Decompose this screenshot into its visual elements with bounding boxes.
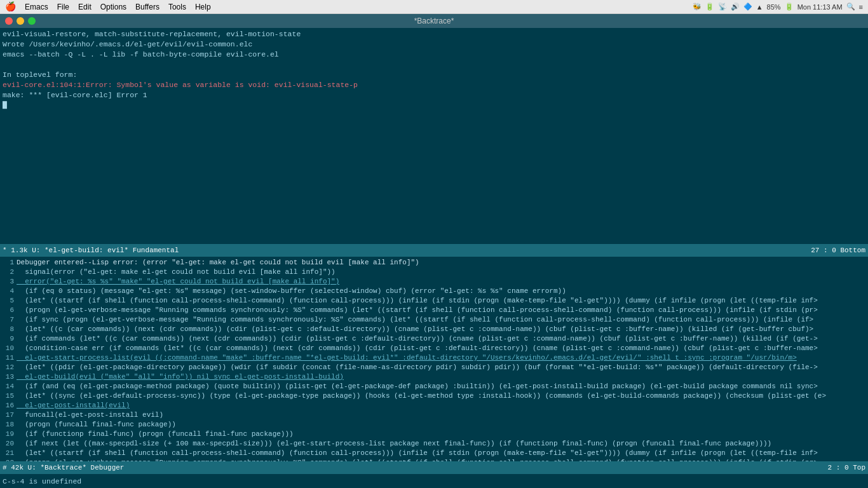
table-row: 2 signal(error ("el-get: make el-get cou… <box>3 268 865 277</box>
line-number: 9 <box>3 334 17 344</box>
table-row: 8 (let* ((c (car commands)) (next (cdr c… <box>3 325 865 334</box>
line-content: (if sync (progn (el-get-verbose-message … <box>17 315 813 325</box>
line-number: 2 <box>3 268 17 277</box>
line-content: (if next (let ((max-specpdl-size (+ 100 … <box>17 439 771 449</box>
line-content: (let* ((c (car commands)) (next (cdr com… <box>17 325 813 334</box>
line-number: 1 <box>3 258 17 268</box>
line-content: error("el-get: %s %s" "make" "el-get cou… <box>17 277 339 287</box>
menubar-right: 🐝 🔋 📡 🔊 🔷 ▲ 85% 🔋 Mon 11:13 AM 🔍 ≡ <box>693 3 863 11</box>
table-row: 20 (if next (let ((max-specpdl-size (+ 1… <box>3 439 865 449</box>
minibuffer-text: C-s-4 is undefined <box>3 477 81 485</box>
line-content: (progn (el-get-verbose-message "Running … <box>17 458 818 461</box>
line-content: funcall(el-get-post-install evil) <box>17 410 163 420</box>
table-row: 19 (if (functionp final-func) (progn (fu… <box>3 430 865 439</box>
line-number: 4 <box>3 287 17 296</box>
line-number: 16 <box>3 401 17 410</box>
clock: Mon 11:13 AM <box>797 3 843 11</box>
modeline-upper-left: * 1.3k U: *el-get-build: evil* Fundament… <box>3 247 179 254</box>
search-icon[interactable]: 🔍 <box>846 3 855 11</box>
battery-icon: 🔋 <box>785 3 794 11</box>
table-row: 6 (progn (el-get-verbose-message "Runnin… <box>3 306 865 315</box>
line-number: 20 <box>3 439 17 449</box>
menu-options[interactable]: Options <box>100 3 126 11</box>
line-number: 5 <box>3 296 17 306</box>
table-row: 10 (condition-case err (if commands (let… <box>3 344 865 353</box>
menu-help[interactable]: Help <box>195 3 211 11</box>
line-content: (let* ((pdir (el-get-package-directory p… <box>17 363 818 372</box>
editor-line-4 <box>3 60 865 70</box>
line-content: (if (eq 0 status) (message "el-get: %s" … <box>17 287 566 296</box>
battery-percent: 85% <box>767 3 781 11</box>
table-row: 22 (progn (el-get-verbose-message "Runni… <box>3 458 865 461</box>
editor-line-3: emacs --batch -Q -L . -L lib -f batch-by… <box>3 50 865 60</box>
minimize-button[interactable] <box>17 17 24 25</box>
minibuffer: C-s-4 is undefined <box>0 474 868 488</box>
window-title: *Backtrace* <box>414 17 454 25</box>
wifi-signal: ▲ <box>756 3 763 11</box>
table-row: 17 funcall(el-get-post-install evil) <box>3 410 865 420</box>
line-number: 17 <box>3 410 17 420</box>
editor-line-6: evil-core.el:104:1:Error: Symbol's value… <box>3 80 865 90</box>
editor-line-1: evil-visual-restore, match-substitute-re… <box>3 29 865 39</box>
line-content: (if (functionp final-func) (progn (funca… <box>17 430 294 439</box>
upper-editor-pane: evil-visual-restore, match-substitute-re… <box>0 28 868 244</box>
table-row: 14 (if (and (eq (el-get-package-method p… <box>3 382 865 391</box>
line-number: 7 <box>3 315 17 325</box>
maximize-button[interactable] <box>28 17 36 25</box>
line-number: 12 <box>3 363 17 372</box>
wifi-icon: 📡 <box>718 3 727 11</box>
table-row: 9 (if commands (let* ((c (car commands))… <box>3 334 865 344</box>
line-number: 18 <box>3 420 17 430</box>
editor-line-2: Wrote /Users/kevinho/.emacs.d/el-get/evi… <box>3 39 865 50</box>
line-content: (let* ((startf (if shell (function call-… <box>17 296 818 306</box>
line-number: 3 <box>3 277 17 287</box>
battery-status: 🔋 <box>705 3 714 11</box>
line-number: 8 <box>3 325 17 334</box>
menu-tools[interactable]: Tools <box>168 3 186 11</box>
menu-edit[interactable]: Edit <box>78 3 92 11</box>
modeline-lower-right: 2 : 0 Top <box>828 464 865 471</box>
menu-file[interactable]: File <box>57 3 69 11</box>
line-number: 10 <box>3 344 17 353</box>
line-number: 11 <box>3 353 17 363</box>
line-content: (if commands (let* ((c (car commands)) (… <box>17 334 818 344</box>
line-content: el-get-post-install(evil) <box>17 401 130 410</box>
menu-buffers[interactable]: Buffers <box>135 3 159 11</box>
table-row: 16 el-get-post-install(evil) <box>3 401 865 410</box>
line-content: (let* ((startf (if shell (function call-… <box>17 449 818 458</box>
menubar: 🍎 Emacs File Edit Options Buffers Tools … <box>0 0 868 14</box>
line-number: 21 <box>3 449 17 458</box>
volume-icon: 🔊 <box>731 3 740 11</box>
app-menu-emacs[interactable]: Emacs <box>25 3 48 11</box>
table-row: 18 (progn (funcall final-func package)) <box>3 420 865 430</box>
modeline-lower-left: # 42k U: *Backtrace* Debugger <box>3 464 124 471</box>
line-content: (condition-case err (if commands (let* (… <box>17 344 818 353</box>
window-controls <box>5 17 36 25</box>
dropbox-icon: 🐝 <box>693 3 702 11</box>
table-row: 5 (let* ((startf (if shell (function cal… <box>3 296 865 306</box>
line-number: 14 <box>3 382 17 391</box>
titlebar: *Backtrace* <box>0 14 868 28</box>
line-content: Debugger entered--Lisp error: (error "el… <box>17 258 419 268</box>
editor-line-7: make: *** [evil-core.elc] Error 1 <box>3 90 865 100</box>
line-number: 6 <box>3 306 17 315</box>
line-content: el-get-start-process-list(evil ((:comman… <box>17 353 797 363</box>
lower-debugger-pane[interactable]: 1Debugger entered--Lisp error: (error "e… <box>0 257 868 461</box>
apple-menu[interactable]: 🍎 <box>5 1 16 12</box>
table-row: 1Debugger entered--Lisp error: (error "e… <box>3 258 865 268</box>
menu-extra-icon[interactable]: ≡ <box>859 3 863 11</box>
bluetooth-icon: 🔷 <box>743 3 752 11</box>
line-content: el-get-build(evil ("make" "all" "info"))… <box>17 372 344 382</box>
table-row: 13 el-get-build(evil ("make" "all" "info… <box>3 372 865 382</box>
menubar-left: 🍎 Emacs File Edit Options Buffers Tools … <box>5 1 211 12</box>
line-content: (if (and (eq (el-get-package-method pack… <box>17 382 818 391</box>
close-button[interactable] <box>5 17 13 25</box>
line-content: (let* ((sync (el-get-default-process-syn… <box>17 391 826 401</box>
line-content: signal(error ("el-get: make el-get could… <box>17 268 336 277</box>
line-number: 13 <box>3 372 17 382</box>
modeline-upper-right: 27 : 0 Bottom <box>811 247 865 254</box>
line-number: 22 <box>3 458 17 461</box>
table-row: 3 error("el-get: %s %s" "make" "el-get c… <box>3 277 865 287</box>
line-content: (progn (funcall final-func package)) <box>17 420 176 430</box>
table-row: 12 (let* ((pdir (el-get-package-director… <box>3 363 865 372</box>
